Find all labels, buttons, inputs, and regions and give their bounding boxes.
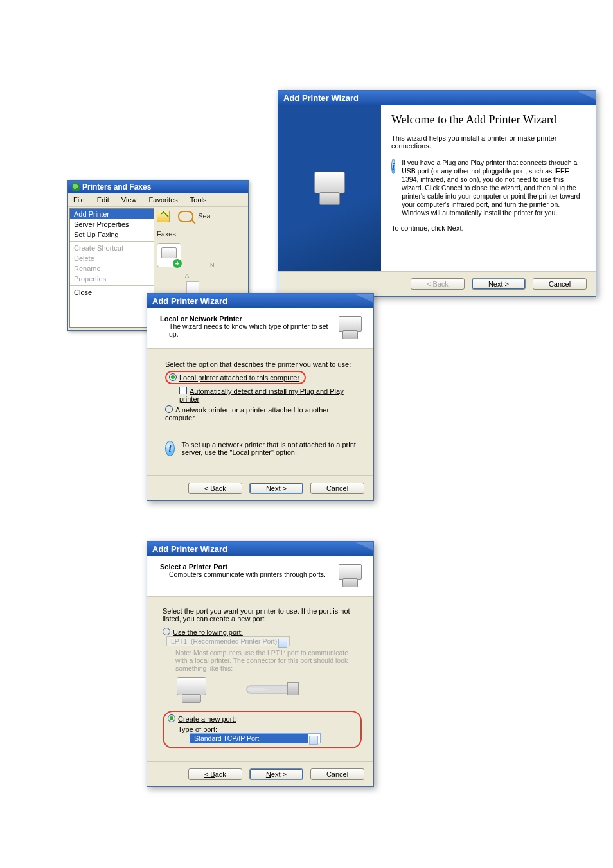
address-label: Faxes: [157, 230, 245, 238]
dialog-title: Add Printer Wizard: [147, 542, 373, 556]
type-of-port-label: Type of port:: [178, 725, 217, 733]
checkbox-auto-detect[interactable]: [179, 387, 187, 394]
icon-label-n: N: [210, 262, 215, 269]
port-dropdown-disabled: LPT1: (Recommended Printer Port): [166, 636, 290, 646]
wizard-step-subtitle: The wizard needs to know which type of p…: [169, 323, 332, 338]
printer-icon: [337, 315, 364, 342]
add-printer-wizard-select-port: Add Printer Wizard Select a Printer Port…: [147, 541, 374, 787]
port-type-dropdown[interactable]: Standard TCP/IP Port: [190, 733, 321, 743]
wizard-heading: Welcome to the Add Printer Wizard: [391, 113, 584, 127]
menu-tools[interactable]: Tools: [185, 195, 212, 205]
radio-local-printer[interactable]: [169, 373, 177, 381]
search-hint: Sea: [198, 212, 211, 220]
menu-item-properties: Properties: [70, 274, 154, 284]
add-printer-wizard-welcome: Add Printer Wizard Welcome to the Add Pr…: [278, 90, 596, 297]
next-button[interactable]: Next >: [472, 278, 526, 290]
menu-view[interactable]: View: [116, 195, 142, 205]
wizard-info-text: If you have a Plug and Play printer that…: [402, 159, 584, 218]
info-icon: i: [165, 441, 175, 456]
back-button: < Back: [411, 278, 465, 290]
radio-network-printer[interactable]: [165, 405, 173, 413]
menu-favorites[interactable]: Favorites: [144, 195, 183, 205]
search-icon[interactable]: [178, 211, 193, 222]
dialog-title: Add Printer Wizard: [278, 91, 596, 105]
menu-item-close[interactable]: Close: [70, 287, 154, 297]
back-button[interactable]: < Back: [188, 483, 242, 494]
cancel-button[interactable]: Cancel: [533, 278, 587, 290]
next-button[interactable]: Next >: [249, 768, 303, 780]
menu-item-delete: Delete: [70, 253, 154, 263]
file-menu-dropdown: Add Printer Server Properties Set Up Fax…: [69, 208, 154, 328]
radio-use-following-port[interactable]: [163, 628, 170, 635]
prompt-text: Select the option that describes the pri…: [165, 360, 359, 368]
menu-bar: File Edit View Favorites Tools: [68, 193, 248, 207]
port-illustration: [175, 676, 362, 704]
radio-create-new-port-label[interactable]: Create a new port:: [178, 715, 236, 723]
up-folder-icon[interactable]: [157, 211, 170, 222]
printer-icon: [175, 676, 209, 704]
wizard-step-subtitle: Computers communicate with printers thro…: [169, 571, 326, 578]
menu-edit[interactable]: Edit: [92, 195, 114, 205]
cable-icon: [244, 676, 299, 704]
back-button[interactable]: < Back: [188, 768, 242, 780]
wizard-step-title: Local or Network Printer: [160, 315, 332, 323]
menu-item-server-properties[interactable]: Server Properties: [70, 219, 154, 229]
add-printer-wizard-local-or-network: Add Printer Wizard Local or Network Prin…: [147, 293, 374, 501]
radio-network-printer-label[interactable]: A network printer, or a printer attached…: [165, 406, 329, 421]
radio-local-printer-label[interactable]: Local printer attached to this computer: [179, 374, 299, 382]
window-title: Printers and Faxes: [68, 181, 248, 193]
menu-item-set-up-faxing[interactable]: Set Up Faxing: [70, 229, 154, 240]
menu-item-create-shortcut: Create Shortcut: [70, 243, 154, 253]
printer-icon: [310, 169, 349, 208]
next-button[interactable]: Next >: [249, 483, 303, 494]
dialog-title: Add Printer Wizard: [147, 294, 373, 308]
printer-icon: [337, 563, 364, 590]
icon-label-a: A: [185, 272, 245, 279]
cancel-button[interactable]: Cancel: [310, 483, 364, 494]
wizard-continue-text: To continue, click Next.: [391, 224, 584, 232]
menu-item-add-printer[interactable]: Add Printer: [70, 209, 154, 219]
radio-use-following-port-label[interactable]: Use the following port:: [173, 628, 243, 636]
radio-create-new-port[interactable]: [168, 714, 175, 722]
menu-item-rename: Rename: [70, 263, 154, 274]
wizard-sidebar-graphic: [278, 105, 381, 271]
menu-file[interactable]: File: [68, 195, 90, 205]
prompt-text: Select the port you want your printer to…: [163, 607, 362, 623]
cancel-button[interactable]: Cancel: [310, 768, 364, 780]
add-printer-icon[interactable]: [157, 243, 181, 267]
wizard-step-title: Select a Printer Port: [160, 563, 326, 571]
port-note-text: Note: Most computers use the LPT1: port …: [175, 649, 362, 672]
wizard-intro-text: This wizard helps you install a printer …: [391, 134, 584, 150]
highlight-ring: Local printer attached to this computer: [165, 371, 306, 384]
checkbox-auto-detect-label[interactable]: Automatically detect and install my Plug…: [179, 387, 344, 403]
info-icon: i: [391, 159, 395, 174]
highlight-ring: Create a new port: Type of port: Standar…: [163, 711, 362, 748]
wizard-note-text: To set up a network printer that is not …: [181, 441, 359, 456]
